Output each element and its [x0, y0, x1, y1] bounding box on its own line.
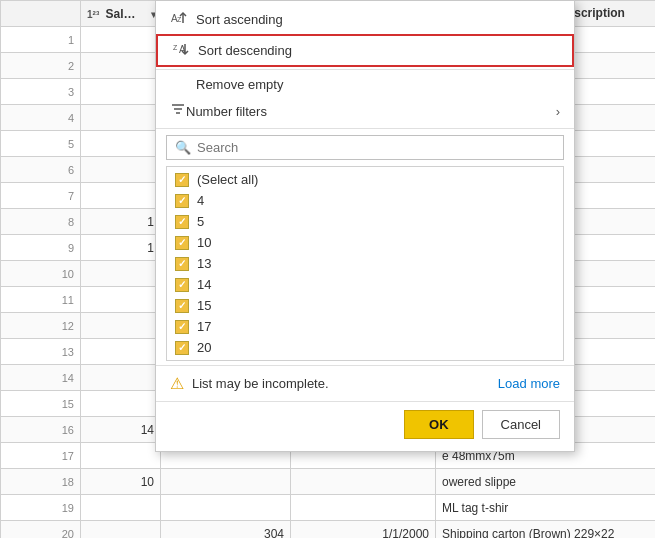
sort-ascending-item[interactable]: A Z Sort ascending: [156, 5, 574, 34]
description-cell: ML tag t-shir: [436, 495, 656, 521]
select-all-checkbox[interactable]: [175, 173, 189, 187]
checkbox[interactable]: [175, 194, 189, 208]
table-row: 19ML tag t-shir: [1, 495, 656, 521]
sort-desc-icon: Z A: [172, 41, 190, 60]
sale-cell: [81, 261, 161, 287]
checkbox[interactable]: [175, 236, 189, 250]
customer-cell: [161, 469, 291, 495]
row-number: 15: [1, 391, 81, 417]
sale-cell: 1: [81, 235, 161, 261]
checkbox-label: 10: [197, 235, 211, 250]
row-number: 18: [1, 469, 81, 495]
sort-ascending-label: Sort ascending: [196, 12, 283, 27]
invoicedate-cell: 1/1/2000: [291, 521, 436, 539]
checkbox[interactable]: [175, 341, 189, 355]
row-number: 19: [1, 495, 81, 521]
sale-cell: 14: [81, 417, 161, 443]
row-number: 9: [1, 235, 81, 261]
checkbox[interactable]: [175, 299, 189, 313]
sale-cell: 1: [81, 209, 161, 235]
remove-empty-label: Remove empty: [196, 77, 283, 92]
search-icon: 🔍: [175, 140, 191, 155]
col-header-sale[interactable]: 1²³ Sale Key ▾: [81, 1, 161, 27]
row-number: 2: [1, 53, 81, 79]
table-row: 1810owered slippe: [1, 469, 656, 495]
col-header-row-num: [1, 1, 81, 27]
sale-cell: [81, 521, 161, 539]
sale-type-icon: 1²³: [87, 9, 99, 20]
row-number: 11: [1, 287, 81, 313]
checkbox[interactable]: [175, 257, 189, 271]
ok-button[interactable]: OK: [404, 410, 474, 439]
description-cell: Shipping carton (Brown) 229×22: [436, 521, 656, 539]
warning-text: List may be incomplete.: [192, 376, 329, 391]
number-filters-chevron: ›: [556, 104, 560, 119]
number-filters-item[interactable]: Number filters ›: [156, 97, 574, 126]
checkbox-label: 17: [197, 319, 211, 334]
sale-col-label: Sale Key: [106, 7, 156, 21]
sale-cell: [81, 79, 161, 105]
checkbox-item[interactable]: 14: [167, 274, 563, 295]
checkbox-item[interactable]: 15: [167, 295, 563, 316]
row-number: 3: [1, 79, 81, 105]
table-row: 203041/1/2000Shipping carton (Brown) 229…: [1, 521, 656, 539]
row-number: 12: [1, 313, 81, 339]
sale-cell: [81, 105, 161, 131]
row-number: 20: [1, 521, 81, 539]
sale-cell: [81, 183, 161, 209]
sale-cell: [81, 287, 161, 313]
checkbox-item[interactable]: 5: [167, 211, 563, 232]
checkbox[interactable]: [175, 320, 189, 334]
dropdown-menu: A Z Sort ascending Z A: [156, 1, 574, 451]
table-container: 1²³ Sale Key ▾ 1²³ Customer Key ▾ 📅 Invo…: [0, 0, 655, 538]
checkbox-list: (Select all) 45101314151720: [166, 166, 564, 361]
sale-cell: [81, 27, 161, 53]
row-number: 4: [1, 105, 81, 131]
checkbox-item[interactable]: 20: [167, 337, 563, 358]
number-filters-icon: [170, 102, 186, 121]
checkbox[interactable]: [175, 278, 189, 292]
row-number: 6: [1, 157, 81, 183]
row-number: 13: [1, 339, 81, 365]
search-input[interactable]: [197, 140, 555, 155]
load-more-button[interactable]: Load more: [498, 376, 560, 391]
checkbox[interactable]: [175, 215, 189, 229]
sale-cell: [81, 157, 161, 183]
row-number: 8: [1, 209, 81, 235]
checkbox-item[interactable]: 17: [167, 316, 563, 337]
sort-descending-item[interactable]: Z A Sort descending: [156, 34, 574, 67]
remove-empty-item[interactable]: Remove empty: [156, 72, 574, 97]
customer-cell: [161, 495, 291, 521]
row-number: 14: [1, 365, 81, 391]
checkbox-label: 20: [197, 340, 211, 355]
svg-text:Z: Z: [173, 44, 178, 51]
svg-text:Z: Z: [177, 16, 182, 23]
menu-separator-2: [156, 128, 574, 129]
customer-cell: 304: [161, 521, 291, 539]
checkbox-item[interactable]: 4: [167, 190, 563, 211]
sale-cell: 10: [81, 469, 161, 495]
sort-descending-label: Sort descending: [198, 43, 292, 58]
sort-asc-icon: A Z: [170, 10, 188, 29]
row-number: 10: [1, 261, 81, 287]
checkbox-items-container: 45101314151720: [167, 190, 563, 358]
number-filters-label: Number filters: [186, 104, 267, 119]
sale-cell: [81, 495, 161, 521]
sale-cell: [81, 53, 161, 79]
cancel-button[interactable]: Cancel: [482, 410, 560, 439]
row-number: 7: [1, 183, 81, 209]
checkbox-item[interactable]: 10: [167, 232, 563, 253]
description-cell: owered slippe: [436, 469, 656, 495]
warning-icon: ⚠: [170, 374, 184, 393]
row-number: 5: [1, 131, 81, 157]
invoicedate-cell: [291, 469, 436, 495]
checkbox-item[interactable]: 13: [167, 253, 563, 274]
checkbox-label: 15: [197, 298, 211, 313]
row-number: 1: [1, 27, 81, 53]
row-number: 17: [1, 443, 81, 469]
select-all-item[interactable]: (Select all): [167, 169, 563, 190]
filter-dropdown: A Z Sort ascending Z A: [155, 0, 575, 452]
search-box: 🔍: [166, 135, 564, 160]
checkbox-label: 4: [197, 193, 204, 208]
sale-cell: [81, 313, 161, 339]
